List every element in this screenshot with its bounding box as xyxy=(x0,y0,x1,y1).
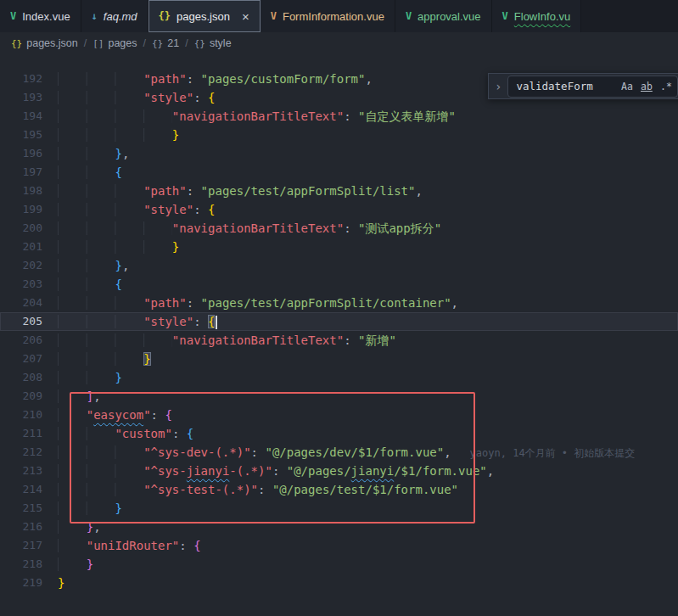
code-token: "style" xyxy=(143,91,193,104)
line-number: 192 xyxy=(0,70,42,88)
code-token: "style" xyxy=(143,315,193,328)
code-token: , xyxy=(415,184,422,198)
vue-icon: V xyxy=(406,10,412,22)
code-line-200[interactable]: 200 "navigationBarTitleText": "测试app拆分" xyxy=(0,219,678,238)
tab-flowinfo-vu[interactable]: VFlowInfo.vu xyxy=(492,0,582,32)
code-token: { xyxy=(187,427,193,440)
code-token: , xyxy=(444,445,451,459)
whole-word-icon[interactable]: ab xyxy=(637,78,655,95)
code-token: : xyxy=(179,539,193,552)
breadcrumb-item-pages-json[interactable]: {}pages.json xyxy=(11,37,78,49)
code-token: } xyxy=(172,240,179,254)
code-line-196[interactable]: 196 }, xyxy=(0,144,678,163)
code-line-197[interactable]: 197 { xyxy=(0,163,678,182)
line-text: } xyxy=(42,555,93,574)
code-token: { xyxy=(208,315,215,328)
breadcrumb-item-21[interactable]: {}21 xyxy=(152,37,179,49)
code-token: , xyxy=(93,389,100,403)
code-line-201[interactable]: 201 } xyxy=(0,238,678,256)
code-token xyxy=(58,240,172,254)
line-text: } xyxy=(42,350,151,368)
tab-pages-json[interactable]: {}pages.json× xyxy=(148,0,261,32)
array-symbol-icon: [] xyxy=(92,38,104,49)
line-text: } xyxy=(42,238,179,256)
line-text: { xyxy=(42,163,122,182)
code-line-217[interactable]: 217 "uniIdRouter": { xyxy=(0,536,678,555)
code-token: , xyxy=(122,259,129,272)
line-text: "^sys-jianyi-(.*)": "@/pages/jianyi/$1/f… xyxy=(42,462,494,480)
code-token: , xyxy=(122,147,129,160)
code-token: : xyxy=(193,315,208,328)
object-symbol-icon: {} xyxy=(152,38,163,49)
breadcrumb-separator: / xyxy=(84,37,87,49)
code-line-212[interactable]: 212 "^sys-dev-(.*)": "@/pages/dev/$1/for… xyxy=(0,443,678,462)
editor[interactable]: 192 "path": "pages/customForm/form",193 … xyxy=(0,54,678,616)
line-text: "path": "pages/test/appFormSplit/contain… xyxy=(42,294,458,312)
code-line-213[interactable]: 213 "^sys-jianyi-(.*)": "@/pages/jianyi/… xyxy=(0,462,678,480)
code-line-209[interactable]: 209 ], xyxy=(0,387,678,406)
code-line-210[interactable]: 210 "easycom": { xyxy=(0,406,678,424)
code-line-211[interactable]: 211 "custom": { xyxy=(0,424,678,443)
code-token: "pages/test/appFormSplit/container" xyxy=(201,296,451,310)
code-line-204[interactable]: 204 "path": "pages/test/appFormSplit/con… xyxy=(0,294,678,312)
code-token: } xyxy=(87,557,93,571)
match-case-icon[interactable]: Aa xyxy=(618,78,636,95)
tab-index-vue[interactable]: VIndex.vue xyxy=(0,0,81,32)
code-line-215[interactable]: 215 } xyxy=(0,499,678,518)
code-line-207[interactable]: 207 } xyxy=(0,350,678,368)
regex-icon[interactable]: .* xyxy=(657,78,675,95)
code-line-214[interactable]: 214 "^sys-test-(.*)": "@/pages/test/$1/f… xyxy=(0,480,678,499)
code-line-194[interactable]: 194 "navigationBarTitleText": "自定义表单新增" xyxy=(0,107,678,126)
code-token: : xyxy=(172,427,187,440)
breadcrumb-label: style xyxy=(210,37,232,49)
code-line-202[interactable]: 202 }, xyxy=(0,256,678,275)
code-line-206[interactable]: 206 "navigationBarTitleText": "新增" xyxy=(0,331,678,350)
find-widget: › validateForm Aa ab .* xyxy=(488,73,678,99)
tab-bar: VIndex.vue↓faq.md{}pages.json×VFormInfor… xyxy=(0,0,678,32)
code-token: : xyxy=(151,408,165,422)
line-text: } xyxy=(42,126,179,144)
code-line-203[interactable]: 203 { xyxy=(0,275,678,294)
code-token xyxy=(58,203,143,216)
code-token: { xyxy=(208,203,215,216)
code-token xyxy=(58,333,172,347)
breadcrumb-item-style[interactable]: {}style xyxy=(194,37,232,49)
code-token: "@/pages/dev/$1/form.vue" xyxy=(265,445,444,459)
code-token: : xyxy=(258,483,272,496)
line-number: 202 xyxy=(0,256,42,275)
code-line-219[interactable]: 219} xyxy=(0,574,678,592)
tab-faq-md[interactable]: ↓faq.md xyxy=(81,0,148,32)
code-line-208[interactable]: 208 } xyxy=(0,368,678,387)
code-token: "pages/customForm/form" xyxy=(201,72,366,86)
code-token: } xyxy=(115,501,121,515)
code-token: "style" xyxy=(143,203,193,216)
code-token xyxy=(58,408,87,422)
markdown-icon: ↓ xyxy=(92,10,98,22)
code-line-199[interactable]: 199 "style": { xyxy=(0,200,678,219)
code-line-216[interactable]: 216 }, xyxy=(0,518,678,536)
tab-forminformation-vue[interactable]: VFormInformation.vue xyxy=(261,0,395,32)
code-token xyxy=(58,259,115,272)
code-token xyxy=(58,445,143,459)
line-number: 212 xyxy=(0,443,42,462)
code-token: : xyxy=(193,203,208,216)
code-token: { xyxy=(115,165,121,179)
code-line-195[interactable]: 195 } xyxy=(0,126,678,144)
chevron-right-icon[interactable]: › xyxy=(495,80,501,93)
line-number: 203 xyxy=(0,275,42,294)
line-number: 215 xyxy=(0,499,42,518)
code-line-218[interactable]: 218 } xyxy=(0,555,678,574)
close-icon[interactable]: × xyxy=(242,10,249,23)
line-text: "style": { xyxy=(42,200,215,219)
breadcrumb-item-pages[interactable]: []pages xyxy=(92,37,137,49)
code-line-205[interactable]: 205 "style": { xyxy=(0,312,678,331)
tab-approval-vue[interactable]: Vapproval.vue xyxy=(395,0,492,32)
line-number: 193 xyxy=(0,88,42,107)
vue-icon: V xyxy=(10,10,16,22)
line-text: "style": { xyxy=(42,88,215,107)
code-line-198[interactable]: 198 "path": "pages/test/appFormSplit/lis… xyxy=(0,182,678,200)
code-token: "^sys-test-(.*)" xyxy=(143,483,258,496)
find-input[interactable]: validateForm Aa ab .* xyxy=(507,76,678,98)
code-token: "navigationBarTitleText" xyxy=(172,221,344,235)
json-icon: {} xyxy=(159,10,171,22)
